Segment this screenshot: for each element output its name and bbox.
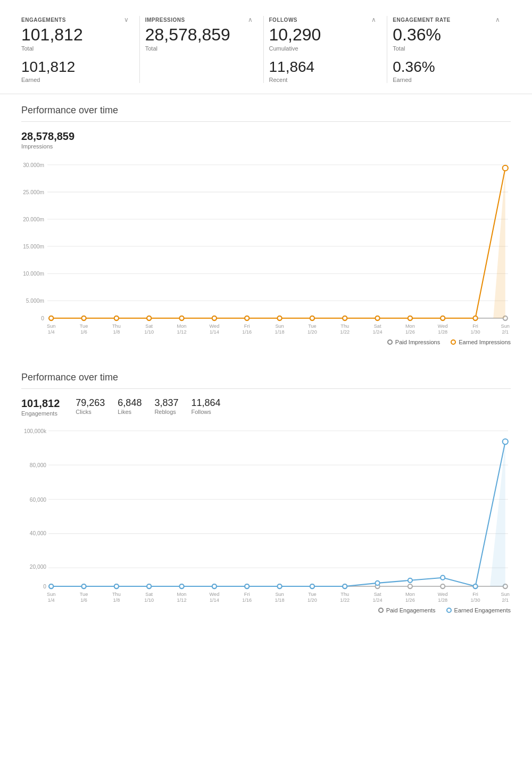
svg-text:80,000: 80,000 — [30, 462, 47, 468]
svg-text:Thu: Thu — [112, 323, 121, 329]
svg-text:1/12: 1/12 — [177, 597, 187, 603]
svg-point-68 — [310, 316, 314, 320]
svg-text:Fri: Fri — [244, 323, 250, 329]
svg-text:1/24: 1/24 — [373, 329, 383, 335]
svg-text:1/8: 1/8 — [113, 597, 120, 603]
chart2-stats: 79,263Clicks6,848Likes3,837Reblogs11,864… — [76, 397, 220, 415]
svg-text:Thu: Thu — [340, 323, 349, 329]
svg-point-139 — [245, 584, 249, 588]
chart2-stat-value: 79,263 — [76, 397, 105, 409]
chart2-legend: Paid Engagements Earned Engagements — [21, 607, 511, 613]
chart2-header-row: 101,812 Engagements 79,263Clicks6,848Lik… — [21, 397, 511, 417]
svg-point-60 — [49, 316, 53, 320]
svg-text:1/24: 1/24 — [373, 597, 383, 603]
engagement-rate-main-sub: Total — [393, 45, 500, 52]
svg-point-146 — [473, 584, 477, 588]
svg-point-129 — [440, 584, 445, 588]
svg-point-137 — [179, 584, 184, 588]
svg-text:100,000k: 100,000k — [24, 428, 47, 434]
svg-text:20.000m: 20.000m — [23, 217, 44, 222]
chart1-legend: Paid Impressions Earned Impressions — [21, 339, 511, 345]
chart2-main: 101,812 Engagements — [21, 397, 60, 417]
svg-text:5.000m: 5.000m — [26, 298, 44, 304]
chart2-stat-label: Follows — [191, 409, 220, 415]
chart2-stat-label: Likes — [118, 409, 142, 415]
svg-text:Sun: Sun — [501, 592, 510, 597]
earned-impressions-dot — [451, 339, 456, 345]
metrics-section: ENGAGEMENTS ∨ 101,812 Total 101,812 Earn… — [0, 0, 532, 94]
svg-text:0: 0 — [41, 316, 44, 321]
engagement-rate-arrow: ∧ — [495, 16, 500, 23]
svg-text:1/14: 1/14 — [210, 329, 219, 335]
svg-point-62 — [114, 316, 119, 320]
svg-point-72 — [440, 316, 445, 320]
svg-text:1/16: 1/16 — [242, 329, 252, 335]
svg-text:60,000: 60,000 — [30, 497, 47, 503]
chart2-stat-value: 11,864 — [191, 397, 220, 409]
chart1-svg: 30.000m 25.000m 20.000m 15.000m 10.000m … — [21, 154, 511, 335]
impressions-arrow: ∧ — [248, 16, 253, 23]
svg-text:1/30: 1/30 — [471, 597, 480, 603]
chart2-stat-item: 11,864Follows — [191, 397, 220, 415]
svg-text:1/22: 1/22 — [340, 597, 350, 603]
svg-text:1/26: 1/26 — [405, 597, 415, 603]
svg-point-64 — [179, 316, 184, 320]
svg-point-144 — [408, 578, 412, 583]
chart2-stat-label: Reblogs — [154, 409, 178, 415]
svg-text:Sun: Sun — [501, 323, 510, 329]
chart2-main-value: 101,812 — [21, 397, 60, 410]
svg-text:Sat: Sat — [145, 592, 153, 597]
svg-point-63 — [147, 316, 151, 320]
svg-text:1/4: 1/4 — [48, 597, 55, 603]
impressions-label: IMPRESSIONS — [145, 17, 185, 23]
chart2-stat-value: 6,848 — [118, 397, 142, 409]
svg-text:Sat: Sat — [145, 323, 153, 329]
metric-impressions: IMPRESSIONS ∧ 28,578,859 Total — [140, 16, 264, 83]
engagements-arrow: ∨ — [124, 16, 129, 23]
engagements-main-sub: Total — [21, 45, 129, 52]
svg-text:1/10: 1/10 — [144, 597, 154, 603]
engagement-rate-main-value: 0.36% — [393, 26, 500, 44]
svg-text:Tue: Tue — [80, 592, 88, 597]
legend-paid-engagements: Paid Engagements — [378, 607, 436, 613]
follows-arrow: ∧ — [371, 16, 376, 23]
svg-point-143 — [375, 581, 379, 585]
legend-paid-impressions: Paid Impressions — [387, 339, 440, 345]
chart2-section: Performance over time 101,812 Engagement… — [0, 361, 532, 624]
svg-text:Thu: Thu — [112, 592, 121, 597]
svg-text:1/20: 1/20 — [307, 597, 317, 603]
svg-point-70 — [375, 316, 379, 320]
chart2-stat-value: 3,837 — [154, 397, 178, 409]
chart2-svg: 100,000k 80,000 60,000 40,000 20,000 0 S… — [21, 422, 511, 603]
svg-text:Wed: Wed — [210, 592, 220, 597]
svg-text:Mon: Mon — [405, 592, 415, 597]
engagements-main-value: 101,812 — [21, 26, 129, 44]
legend-earned-impressions: Earned Impressions — [451, 339, 511, 345]
impressions-main-value: 28,578,859 — [145, 26, 253, 44]
chart2-section-title: Performance over time — [21, 372, 511, 389]
svg-text:Mon: Mon — [405, 323, 415, 329]
svg-point-61 — [81, 316, 86, 320]
follows-main-value: 10,290 — [269, 26, 377, 44]
svg-point-67 — [277, 316, 281, 320]
svg-text:Fri: Fri — [244, 592, 250, 597]
chart2-container: 100,000k 80,000 60,000 40,000 20,000 0 S… — [21, 422, 511, 603]
svg-point-142 — [343, 584, 347, 588]
svg-text:Fri: Fri — [472, 592, 478, 597]
svg-text:0: 0 — [43, 584, 46, 590]
svg-point-69 — [343, 316, 347, 320]
svg-text:30.000m: 30.000m — [23, 162, 44, 168]
svg-text:Sun: Sun — [275, 592, 284, 597]
engagements-secondary-sub: Earned — [21, 77, 129, 83]
svg-text:1/8: 1/8 — [113, 329, 120, 335]
metric-engagements: ENGAGEMENTS ∨ 101,812 Total 101,812 Earn… — [21, 16, 140, 83]
svg-text:Wed: Wed — [210, 323, 220, 329]
svg-text:15.000m: 15.000m — [23, 244, 44, 250]
svg-point-65 — [212, 316, 217, 320]
svg-point-147 — [503, 439, 508, 444]
svg-text:2/1: 2/1 — [502, 597, 509, 603]
svg-text:Sun: Sun — [47, 323, 55, 329]
paid-engagements-dot — [378, 608, 384, 613]
svg-text:Mon: Mon — [177, 592, 187, 597]
earned-engagements-dot — [446, 608, 452, 613]
